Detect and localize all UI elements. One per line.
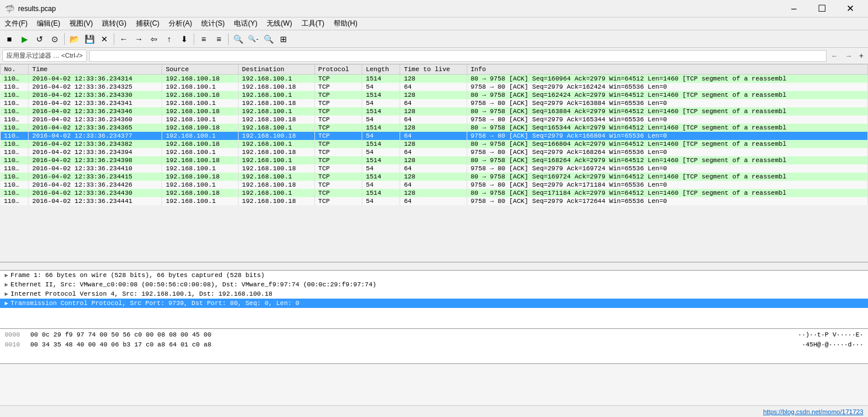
toolbar-start-button[interactable]: ▶	[18, 32, 32, 46]
toolbar-open-button[interactable]: 📂	[67, 32, 81, 46]
cell-time-to-live: 64	[400, 83, 467, 91]
menu-item-工具[interactable]: 工具(T)	[297, 17, 329, 30]
filter-arrow-right[interactable]: →	[843, 51, 855, 61]
filter-input[interactable]	[89, 50, 827, 62]
menu-item-电话[interactable]: 电话(Y)	[229, 17, 262, 30]
col-info[interactable]: Info	[467, 65, 867, 75]
expand-icon[interactable]: ▶	[5, 281, 8, 288]
hex-bytes: 00 34 35 48 40 00 40 06 b3 17 c0 a8 64 0…	[30, 340, 799, 350]
col-ttl[interactable]: Time to live	[400, 65, 467, 75]
table-row[interactable]: 110…2016-04-02 12:33:36.234330192.168.10…	[1, 91, 868, 99]
filter-arrow-left[interactable]: ←	[829, 51, 841, 61]
toolbar-down-button[interactable]: ⬇	[177, 32, 191, 46]
expand-icon[interactable]: ▶	[5, 300, 8, 307]
table-row[interactable]: 110…2016-04-02 12:33:36.234430192.168.10…	[1, 189, 868, 197]
cell-protocol: TCP	[314, 189, 362, 197]
toolbar-autoscroll-button[interactable]: ≡	[212, 32, 226, 46]
menu-item-捕获[interactable]: 捕获(C)	[131, 17, 164, 30]
toolbar-goto-button[interactable]: ⇦	[147, 32, 161, 46]
table-row[interactable]: 110…2016-04-02 12:33:36.234415192.168.10…	[1, 173, 868, 181]
cell-length: 1514	[362, 140, 400, 148]
menu-item-视图[interactable]: 视图(V)	[65, 17, 97, 30]
cell-length: 54	[362, 115, 400, 124]
table-row[interactable]: 110…2016-04-02 12:33:36.234410192.168.10…	[1, 164, 868, 173]
table-row[interactable]: 110…2016-04-02 12:33:36.234314192.168.10…	[1, 75, 868, 83]
toolbar-close-button[interactable]: ✕	[97, 32, 111, 46]
cell-source: 192.168.100.1	[162, 83, 239, 91]
col-protocol[interactable]: Protocol	[314, 65, 362, 75]
cell-length: 1514	[362, 156, 400, 164]
menu-item-分析[interactable]: 分析(A)	[164, 17, 197, 30]
table-row[interactable]: 110…2016-04-02 12:33:36.234346192.168.10…	[1, 107, 868, 115]
col-time[interactable]: Time	[29, 65, 162, 75]
cell-protocol: TCP	[314, 83, 362, 91]
detail-row[interactable]: ▶Frame 1: 66 bytes on wire (528 bits), 6…	[0, 271, 868, 280]
hex-offset: 0000	[5, 330, 28, 340]
menu-item-跳转[interactable]: 跳转(G)	[97, 17, 131, 30]
col-destination[interactable]: Destination	[238, 65, 314, 75]
status-link[interactable]: https://blog.csdn.net/momo/171723	[763, 408, 863, 415]
cell-no.: 110…	[1, 156, 29, 164]
cell-destination: 192.168.100.18	[238, 197, 314, 205]
toolbar-up-button[interactable]: ↑	[162, 32, 176, 46]
filter-plus[interactable]: +	[857, 51, 866, 61]
toolbar-restart-button[interactable]: ↺	[33, 32, 47, 46]
toolbar-stop-button[interactable]: ■	[2, 32, 16, 46]
cell-time: 2016-04-02 12:33:36.234346	[29, 107, 162, 115]
cell-protocol: TCP	[314, 164, 362, 173]
cell-no.: 110…	[1, 189, 29, 197]
toolbar-options-button[interactable]: ⊙	[48, 32, 62, 46]
cell-info: 9758 → 80 [ACK] Seq=2979 Ack=166804 Win=…	[467, 132, 867, 140]
cell-info: 9758 → 80 [ACK] Seq=2979 Ack=168264 Win=…	[467, 148, 867, 156]
toolbar-fwd-button[interactable]: →	[132, 32, 146, 46]
cell-no.: 110…	[1, 164, 29, 173]
cell-time: 2016-04-02 12:33:36.234377	[29, 132, 162, 140]
table-row[interactable]: 110…2016-04-02 12:33:36.234441192.168.10…	[1, 197, 868, 205]
hscroll-area[interactable]	[0, 262, 868, 271]
toolbar-sep-4	[228, 33, 229, 45]
table-row[interactable]: 110…2016-04-02 12:33:36.234398192.168.10…	[1, 156, 868, 164]
table-row[interactable]: 110…2016-04-02 12:33:36.234360192.168.10…	[1, 115, 868, 124]
cell-time-to-live: 64	[400, 164, 467, 173]
table-row[interactable]: 110…2016-04-02 12:33:36.234426192.168.10…	[1, 181, 868, 189]
detail-row[interactable]: ▶Ethernet II, Src: VMware_c0:00:08 (00:5…	[0, 280, 868, 289]
cell-protocol: TCP	[314, 115, 362, 124]
toolbar-save-button[interactable]: 💾	[82, 32, 96, 46]
expand-icon[interactable]: ▶	[5, 290, 8, 297]
toolbar-zoom-reset-button[interactable]: 🔍	[261, 32, 275, 46]
cell-time-to-live: 64	[400, 148, 467, 156]
table-row[interactable]: 110…2016-04-02 12:33:36.234325192.168.10…	[1, 83, 868, 91]
menu-item-文件[interactable]: 文件(F)	[0, 17, 32, 30]
filter-label[interactable]: 应用显示过滤器 … <Ctrl-/>	[2, 50, 87, 62]
menu-item-帮助[interactable]: 帮助(H)	[329, 17, 362, 30]
detail-row[interactable]: ▶Internet Protocol Version 4, Src: 192.1…	[0, 289, 868, 299]
col-length[interactable]: Length	[362, 65, 400, 75]
packet-table: No. Time Source Destination Protocol Len…	[0, 64, 868, 205]
col-source[interactable]: Source	[162, 65, 239, 75]
cell-info: 80 → 9758 [ACK] Seq=169724 Ack=2979 Win=…	[467, 173, 867, 181]
menu-item-编辑[interactable]: 编辑(E)	[32, 17, 65, 30]
toolbar-resize-columns-button[interactable]: ⊞	[276, 32, 290, 46]
cell-destination: 192.168.100.18	[238, 164, 314, 173]
minimize-button[interactable]: –	[780, 0, 807, 17]
toolbar-back-button[interactable]: ←	[117, 32, 131, 46]
close-button[interactable]: ✕	[836, 0, 863, 17]
maximize-button[interactable]: ☐	[808, 0, 835, 17]
toolbar-zoom-in-button[interactable]: 🔍	[231, 32, 245, 46]
menu-item-统计[interactable]: 统计(S)	[197, 17, 229, 30]
expand-icon[interactable]: ▶	[5, 272, 8, 279]
table-row[interactable]: 110…2016-04-02 12:33:36.234394192.168.10…	[1, 148, 868, 156]
toolbar-colorize-button[interactable]: ≡	[197, 32, 211, 46]
packet-list-container: No. Time Source Destination Protocol Len…	[0, 64, 868, 262]
table-row[interactable]: 110…2016-04-02 12:33:36.234365192.168.10…	[1, 124, 868, 132]
table-row[interactable]: 110…2016-04-02 12:33:36.234382192.168.10…	[1, 140, 868, 148]
toolbar-zoom-out-button[interactable]: 🔍-	[246, 32, 260, 46]
col-no[interactable]: No.	[1, 65, 29, 75]
detail-row[interactable]: ▶Transmission Control Protocol, Src Port…	[0, 299, 868, 308]
cell-destination: 192.168.100.1	[238, 189, 314, 197]
cell-protocol: TCP	[314, 140, 362, 148]
menu-item-无线[interactable]: 无线(W)	[262, 17, 296, 30]
table-row[interactable]: 110…2016-04-02 12:33:36.234377192.168.10…	[1, 132, 868, 140]
cell-protocol: TCP	[314, 156, 362, 164]
table-row[interactable]: 110…2016-04-02 12:33:36.234341192.168.10…	[1, 99, 868, 107]
